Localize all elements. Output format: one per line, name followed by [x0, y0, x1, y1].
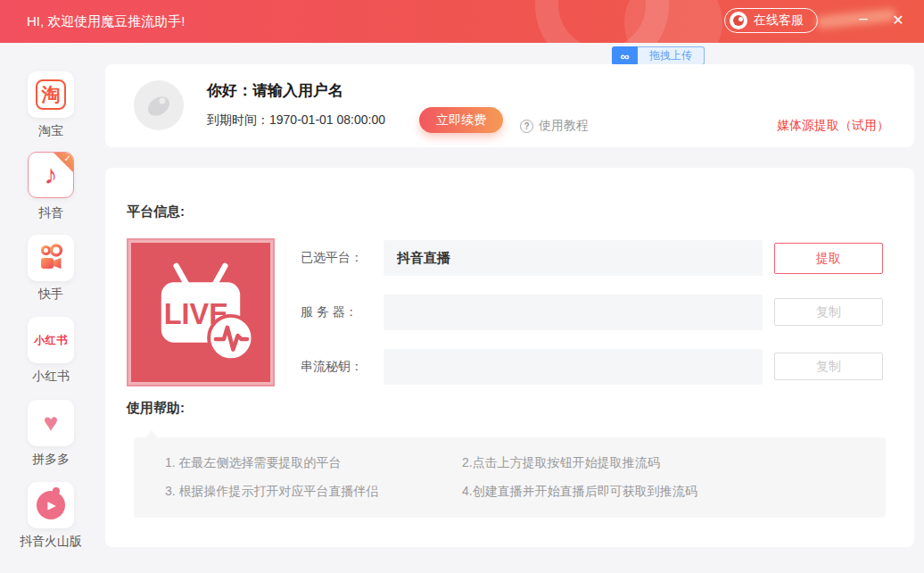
expire-time-text: 到期时间：1970-01-01 08:00:00 — [207, 112, 385, 129]
selected-platform-label: 已选平台： — [301, 250, 385, 266]
live-tv-icon: LIVE — [143, 254, 259, 370]
avatar — [134, 80, 184, 130]
user-card: 你好：请输入用户名 到期时间：1970-01-01 08:00:00 立即续费 … — [105, 64, 914, 147]
kuaishou-icon — [35, 242, 67, 274]
help-item-2: 2.点击上方提取按钮开始提取推流码 — [462, 455, 660, 471]
selected-platform-input[interactable] — [384, 240, 763, 276]
play-icon: ▶ — [47, 499, 55, 511]
titlebar: HI, 欢迎使用魔豆推流助手! 在线客服 − ✕ — [0, 0, 924, 43]
sidebar-item-taobao[interactable]: 淘 — [28, 71, 74, 118]
taobao-icon: 淘 — [36, 79, 66, 110]
live-platform-image: LIVE — [127, 238, 275, 386]
sidebar-label-kuaishou: 快手 — [0, 286, 102, 303]
douyin-icon: ♪ — [45, 162, 58, 188]
server-input[interactable] — [384, 295, 763, 330]
copy-stream-key-button[interactable]: 复制 — [774, 353, 883, 380]
check-icon: ✓ — [64, 154, 71, 163]
drag-upload-badge[interactable]: ∞ 拖拽上传 — [612, 46, 705, 65]
media-source-extract-link[interactable]: 媒体源提取（试用） — [777, 118, 889, 134]
help-box: 1. 在最左侧选择需要提取的平台 2.点击上方提取按钮开始提取推流码 3. 根据… — [134, 437, 886, 518]
close-button[interactable]: ✕ — [887, 8, 910, 33]
xiaohongshu-icon: 小红书 — [34, 333, 68, 348]
copy-server-button[interactable]: 复制 — [774, 298, 883, 326]
window-title: HI, 欢迎使用魔豆推流助手! — [27, 0, 186, 43]
sidebar-item-huoshan[interactable]: ▶ — [28, 482, 74, 528]
sidebar-label-douyin: 抖音 — [0, 205, 102, 221]
help-box-notch — [145, 430, 158, 437]
sidebar-item-xiaohongshu[interactable]: 小红书 — [28, 317, 74, 363]
sidebar-label-pinduoduo: 拼多多 — [0, 452, 102, 468]
sidebar-item-pinduoduo[interactable]: ♥ — [28, 400, 74, 446]
tutorial-link[interactable]: ? 使用教程 — [520, 118, 589, 134]
sidebar-label-xiaohongshu: 小红书 — [0, 369, 102, 385]
greeting-text: 你好：请输入用户名 — [207, 80, 343, 101]
sidebar-item-douyin[interactable]: ♪ ✓ — [28, 152, 74, 198]
help-item-1: 1. 在最左侧选择需要提取的平台 — [165, 455, 342, 471]
online-service-label: 在线客服 — [754, 12, 804, 29]
netdisk-icon: ∞ — [612, 46, 638, 65]
server-label: 服 务 器： — [301, 304, 385, 320]
app-window: HI, 欢迎使用魔豆推流助手! 在线客服 − ✕ ∞ 拖拽上传 淘 淘宝 ♪ ✓… — [0, 0, 924, 573]
platform-panel: 平台信息: LIVE 已选平台： 提取 服 务 器： 复制 串流秘钥： 复制 使… — [105, 168, 914, 547]
drag-upload-label: 拖拽上传 — [638, 46, 705, 65]
stream-key-label: 串流秘钥： — [301, 359, 385, 375]
minimize-button[interactable]: − — [852, 8, 875, 33]
question-icon: ? — [520, 120, 533, 133]
online-service-button[interactable]: 在线客服 — [724, 8, 818, 33]
huoshan-icon: ▶ — [37, 491, 65, 519]
titlebar-swirl-decoration — [624, 0, 722, 43]
extract-button[interactable]: 提取 — [774, 243, 883, 274]
service-bean-icon — [730, 12, 747, 29]
sidebar-label-huoshan: 抖音火山版 — [0, 534, 102, 550]
help-item-4: 4.创建直播并开始直播后即可获取到推流码 — [462, 484, 697, 500]
stream-key-input[interactable] — [384, 349, 763, 385]
tutorial-label: 使用教程 — [539, 118, 589, 134]
help-item-3: 3. 根据操作提示打开对应平台直播伴侣 — [165, 484, 379, 500]
sidebar-item-kuaishou[interactable] — [28, 235, 74, 281]
help-title: 使用帮助: — [127, 400, 185, 417]
pinduoduo-icon: ♥ — [44, 411, 59, 436]
platform-info-title: 平台信息: — [127, 203, 185, 220]
renew-button[interactable]: 立即续费 — [419, 107, 503, 133]
bean-logo-icon — [141, 87, 177, 123]
sidebar-label-taobao: 淘宝 — [0, 123, 102, 139]
